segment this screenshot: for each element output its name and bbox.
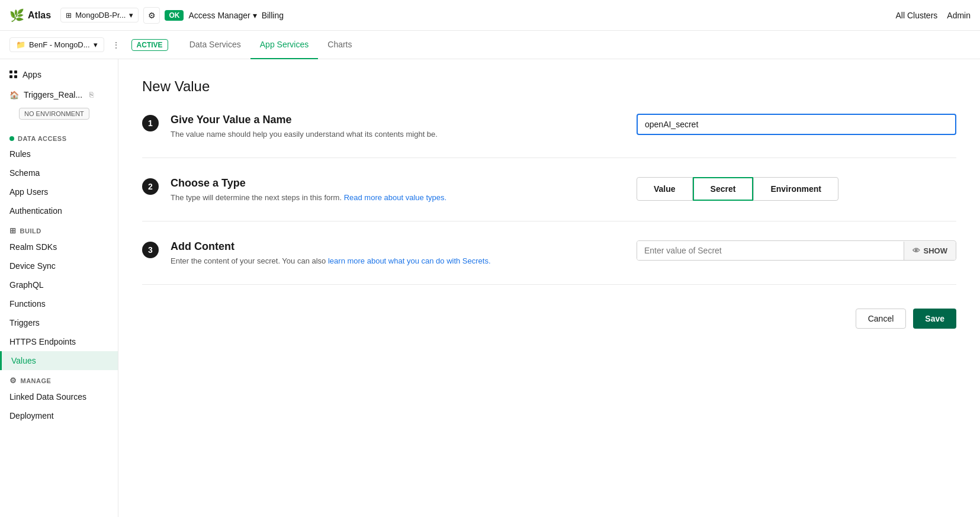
project-icon: ⊞ bbox=[66, 11, 72, 20]
top-nav: 🌿 Atlas ⊞ MongoDB-Pr... ▾ ⚙ OK Access Ma… bbox=[0, 0, 980, 31]
show-secret-button[interactable]: 👁 SHOW bbox=[904, 242, 956, 260]
sidebar-values-label: Values bbox=[11, 356, 36, 365]
atlas-logo[interactable]: 🌿 Atlas bbox=[9, 8, 51, 23]
access-manager-chevron-icon: ▾ bbox=[253, 11, 257, 20]
project-chevron-icon: ▾ bbox=[129, 11, 133, 20]
sidebar-item-deployment[interactable]: Deployment bbox=[0, 406, 118, 425]
build-icon: ⊞ bbox=[9, 226, 17, 235]
section-data-access-label: DATA ACCESS bbox=[18, 135, 67, 142]
sidebar-device-sync-label: Device Sync bbox=[9, 261, 56, 271]
step-3-description: Enter the content of your secret. You ca… bbox=[171, 256, 625, 265]
access-manager-link[interactable]: Access Manager ▾ bbox=[188, 11, 256, 20]
tab-app-services[interactable]: App Services bbox=[250, 31, 318, 59]
status-ok-badge: OK bbox=[165, 10, 184, 21]
step-3-title: Add Content bbox=[171, 240, 625, 253]
tab-data-services-label: Data Services bbox=[189, 40, 241, 49]
type-buttons: Value Secret Environment bbox=[637, 177, 956, 201]
main-content: New Value 1 Give Your Value a Name The v… bbox=[118, 59, 980, 517]
subnav-chevron-icon: ▾ bbox=[94, 40, 98, 49]
step-1-right bbox=[637, 114, 956, 135]
section-dot-icon bbox=[9, 136, 14, 141]
tab-app-services-label: App Services bbox=[260, 40, 309, 49]
step-2: 2 Choose a Type The type will determine … bbox=[142, 177, 956, 221]
step-3-right: 👁 SHOW bbox=[637, 240, 956, 261]
section-build-label: BUILD bbox=[20, 227, 41, 235]
atlas-leaf-icon: 🌿 bbox=[9, 8, 24, 23]
copy-icon: ⎘ bbox=[89, 91, 94, 99]
step-2-title: Choose a Type bbox=[171, 177, 625, 190]
section-data-access: DATA ACCESS bbox=[0, 129, 118, 144]
project-name: MongoDB-Pr... bbox=[75, 11, 126, 20]
read-more-link-text: Read more about value types. bbox=[344, 193, 446, 202]
home-icon: 🏠 bbox=[9, 91, 19, 99]
sidebar-rules-label: Rules bbox=[9, 149, 31, 159]
sidebar-item-values[interactable]: Values bbox=[0, 351, 118, 370]
type-secret-button[interactable]: Secret bbox=[693, 177, 754, 201]
step-1-number: 1 bbox=[142, 115, 159, 131]
sidebar-deployment-label: Deployment bbox=[9, 411, 54, 420]
step-1: 1 Give Your Value a Name The value name … bbox=[142, 114, 956, 158]
subnav-project-selector[interactable]: 📁 BenF - MongoD... ▾ bbox=[9, 37, 104, 52]
sidebar-item-schema[interactable]: Schema bbox=[0, 163, 118, 182]
read-more-link[interactable]: Read more about value types. bbox=[344, 193, 446, 202]
tab-charts[interactable]: Charts bbox=[318, 31, 361, 59]
type-environment-button[interactable]: Environment bbox=[753, 177, 838, 201]
atlas-logo-text: Atlas bbox=[28, 10, 51, 21]
sidebar-linked-data-sources-label: Linked Data Sources bbox=[9, 392, 86, 402]
sidebar-item-graphql[interactable]: GraphQL bbox=[0, 275, 118, 294]
sidebar-apps-label: Apps bbox=[23, 70, 41, 79]
folder-icon: 📁 bbox=[16, 40, 25, 49]
gear-icon: ⚙ bbox=[148, 11, 156, 20]
value-name-input[interactable] bbox=[637, 114, 956, 135]
secrets-link-text: learn more about what you can do with Se… bbox=[328, 256, 491, 265]
sidebar-item-https-endpoints[interactable]: HTTPS Endpoints bbox=[0, 332, 118, 351]
sidebar-schema-label: Schema bbox=[9, 168, 40, 178]
sidebar-trigger-item[interactable]: 🏠 Triggers_Real... ⎘ bbox=[0, 85, 118, 104]
all-clusters-link[interactable]: All Clusters bbox=[896, 11, 938, 20]
sidebar-item-triggers[interactable]: Triggers bbox=[0, 313, 118, 332]
sidebar-authentication-label: Authentication bbox=[9, 206, 62, 216]
step-2-desc-text: The type will determine the next steps i… bbox=[171, 193, 342, 202]
secret-value-input[interactable] bbox=[637, 241, 904, 260]
step-1-content: Give Your Value a Name The value name sh… bbox=[171, 114, 625, 139]
cancel-button[interactable]: Cancel bbox=[856, 309, 907, 329]
access-manager-label: Access Manager bbox=[188, 11, 250, 20]
secrets-link[interactable]: learn more about what you can do with Se… bbox=[328, 256, 491, 265]
subnav-tabs: Data Services App Services Charts bbox=[180, 31, 362, 59]
billing-link[interactable]: Billing bbox=[262, 11, 284, 20]
section-build: ⊞ BUILD bbox=[0, 220, 118, 237]
tab-data-services[interactable]: Data Services bbox=[180, 31, 250, 59]
sidebar-graphql-label: GraphQL bbox=[9, 280, 44, 290]
apps-grid-icon bbox=[9, 70, 18, 79]
type-secret-label: Secret bbox=[711, 184, 736, 194]
section-manage-label: MANAGE bbox=[21, 377, 52, 384]
step-1-title: Give Your Value a Name bbox=[171, 114, 625, 126]
sidebar-item-device-sync[interactable]: Device Sync bbox=[0, 256, 118, 275]
sidebar-app-users-label: App Users bbox=[9, 187, 48, 197]
sidebar-item-realm-sdks[interactable]: Realm SDKs bbox=[0, 237, 118, 256]
sub-nav: 📁 BenF - MongoD... ▾ ⋮ ACTIVE Data Servi… bbox=[0, 31, 980, 59]
admin-link[interactable]: Admin bbox=[947, 11, 971, 20]
active-badge: ACTIVE bbox=[131, 39, 168, 51]
main-layout: Apps 🏠 Triggers_Real... ⎘ NO ENVIRONMENT… bbox=[0, 59, 980, 517]
sidebar-item-app-users[interactable]: App Users bbox=[0, 182, 118, 201]
manage-icon: ⚙ bbox=[9, 376, 17, 385]
subnav-more-button[interactable]: ⋮ bbox=[108, 37, 124, 53]
sidebar-item-apps[interactable]: Apps bbox=[0, 64, 118, 85]
project-selector[interactable]: ⊞ MongoDB-Pr... ▾ bbox=[60, 8, 139, 23]
show-label: SHOW bbox=[924, 246, 947, 255]
step-2-right: Value Secret Environment bbox=[637, 177, 956, 201]
save-button[interactable]: Save bbox=[913, 309, 956, 329]
sidebar-item-rules[interactable]: Rules bbox=[0, 144, 118, 163]
sidebar: Apps 🏠 Triggers_Real... ⎘ NO ENVIRONMENT… bbox=[0, 59, 118, 517]
sidebar-trigger-label: Triggers_Real... bbox=[24, 90, 82, 99]
sidebar-item-functions[interactable]: Functions bbox=[0, 294, 118, 313]
type-value-button[interactable]: Value bbox=[637, 177, 693, 201]
step-3: 3 Add Content Enter the content of your … bbox=[142, 240, 956, 285]
sidebar-https-endpoints-label: HTTPS Endpoints bbox=[9, 337, 76, 346]
settings-button[interactable]: ⚙ bbox=[143, 7, 160, 24]
step-2-description: The type will determine the next steps i… bbox=[171, 193, 625, 202]
type-value-label: Value bbox=[654, 184, 676, 194]
sidebar-item-linked-data-sources[interactable]: Linked Data Sources bbox=[0, 387, 118, 406]
sidebar-item-authentication[interactable]: Authentication bbox=[0, 201, 118, 220]
